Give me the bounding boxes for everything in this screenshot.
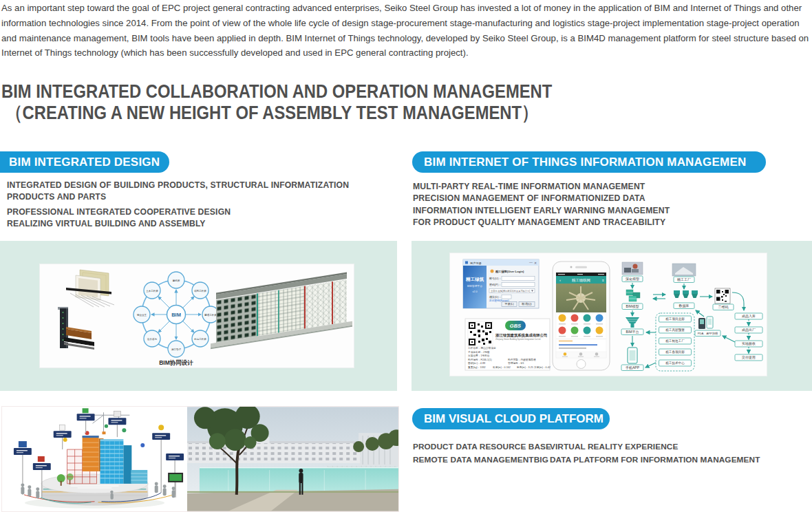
qr-card-row: 面积(m²)：4.89 [468,362,485,365]
section-label-strip [559,341,573,342]
back-icon: ‹ [559,278,561,282]
bullet-line: PROFESSIONAL INTEGRATED COOPERATIVE DESI… [7,206,359,218]
campus-rendering [187,407,398,511]
bullet-line: PRECISION MANAGEMENT OF INFORMATIONIZED … [413,193,774,204]
integrated-design-figure: 建筑师 结构工程师 暖通工程师 机电工程师 施工管理 造价咨询 物业业主 土木工… [39,264,354,368]
flow-node-label: 实地验收 [742,341,756,345]
visual-cloud-figure [1,406,399,512]
qr-card-row: 构件类型：内嵌玻璃幕墙 [507,358,536,361]
forgot-password-link: 忘记密码(Forgot) [489,299,509,302]
notice-link-line [559,344,597,345]
qr-card-row: 工程名称：梅山公馆项目 [468,346,496,350]
page-title-line2: （CREATING A NEW HEIGHT OF ASSEMBLY TEST … [1,102,552,123]
bullet-line: MULTI-PARTY REAL-TIME INFORMATION MANAGE… [413,181,774,193]
module-field-label: 模块(D)： [489,295,502,299]
integrated-design-bullets: INTEGRATED DESIGN OF BUILDING PRODUCTS, … [7,180,359,230]
visual-cloud-bullets: PRODUCT DATA RESOURCE BASE VIRTUAL REALI… [413,440,760,466]
mobile-app-icon [628,348,637,363]
login-version: v2.0 [472,290,477,293]
window-icon [465,262,468,264]
role-label: 物业业主 [137,313,147,317]
iot-flowchart: 深化模型 BIM模型 [621,262,762,371]
role-label: 建筑师 [172,279,180,282]
login-window: 用户登录 — ✕ 精工绿筑 BIM管理平台 v2.0 精工绿筑(User Log… [463,259,539,308]
department-label: 精工制造工厂 [665,339,685,343]
project-dropdown-value: 立项中-在施[精工绿筑科技发展有限公司] [491,290,530,292]
bim-overview-page: As an important step toward the goal of … [0,0,812,512]
role-label: 土木工程师 [146,289,158,292]
cancel-button-label: 取消(Q) [522,302,532,306]
flow-node-label: PDA、APP扫描 [698,332,718,335]
page-title-line1: BIM INTEGRATED COLLABORATION AND OPERATI… [1,81,552,102]
flow-node-label: 成品出厂 [741,328,756,332]
flow-node-label: 精工工厂 [677,277,691,282]
aerial-photo [556,284,606,312]
close-icon: ✕ [534,261,537,265]
department-label: 精工高层预警 [665,328,685,332]
department-label: 精工项目总部 [665,317,685,321]
role-label: 施工管理 [171,348,182,351]
badge-bim-visual-cloud: BIM VISUAL CLOUD PLATFORM [412,408,610,429]
role-label: 机电工程师 [194,337,206,341]
badge-bim-iot-management: BIM INTERNET OF THINGS INFORMATION MANAG… [412,151,766,173]
company-name-cn: 浙江绿筑建筑系统集成有限公司 [495,333,547,338]
platform-illustration [2,407,187,511]
integrated-design-figure-panel: 建筑师 结构工程师 暖通工程师 机电工程师 施工管理 造价咨询 物业业主 土木工… [0,241,397,391]
qr-label-card: GBS 浙江绿筑建筑系统集成有限公司 Zhejiang Green Buildi… [465,319,551,370]
minimize-icon: — [529,260,533,264]
flow-node-label: 成品入库 [741,314,756,318]
bullet-line: FOR PRODUCT QUALITY MANAGEMENT AND TRACE… [413,217,774,228]
bullet-line: DATA PLATFORM FOR INFORMATION MANAGEMENT [550,454,760,467]
camera-icon [570,266,573,268]
qr-card-row: 长度(m)：0.162 [492,365,511,369]
gbs-logo-label: GBS [510,323,521,329]
qr-card-row: 宽度(m)：0.42 [534,365,551,369]
diagram-caption: BIM协同设计 [159,359,193,366]
flow-node-label: 交付使用 [742,355,756,360]
wall-panel-detail [66,270,114,307]
qr-card-row: 重量(kg)：1332 [468,365,486,369]
bim-model-icon [626,290,640,301]
database-icon [674,290,698,298]
qr-code-icon [468,321,493,346]
bullet-line: REALIZING VIRTUAL BUILDING AND ASSEMBLY [7,218,359,230]
home-button [577,360,586,369]
company-name-en: Zhejiang Green Building System Integrati… [495,338,541,341]
password-input [502,283,535,287]
bullet-line: INTEGRATED DESIGN OF BUILDING PRODUCTS, … [7,180,359,203]
department-label: 精工技术中心 [665,361,685,365]
bim-platform-icon [626,317,639,328]
qr-card-row: 子项目名称：2号楼 [468,350,490,354]
flow-node-label: BIM平台 [626,330,639,334]
bullet-line: REMOTE DATA MANAGEMENTBIG [413,454,550,467]
bullet-line: INFORMATION INTELLIGENT EARLY WARNING MA… [413,205,774,217]
qr-card-row: 安装位置：1号机位 [468,354,490,357]
iot-figure-panel: 用户登录 — ✕ 精工绿筑 BIM管理平台 v2.0 精工绿筑(User Log… [412,241,812,391]
bullet-line: VIRTUAL REALITY EXPERIENCE [550,440,760,454]
bim-role-wheel: 建筑师 结构工程师 暖通工程师 机电工程师 施工管理 造价咨询 物业业主 土木工… [133,272,219,366]
flow-node-label: 手机APP [626,365,640,370]
password-field-label: 密码(P)： [489,283,501,286]
flow-node-label: 二维码 [718,305,729,310]
role-label: 暖通工程师 [204,313,217,317]
bim-collaboration-diagram: 建筑师 结构工程师 暖通工程师 机电工程师 施工管理 造价咨询 物业业主 土木工… [40,264,354,367]
smartphone-mockup: ‹ 精工物联网 ≡ [553,262,610,370]
menu-icon: ≡ [602,278,604,282]
role-label: 结构工程师 [194,289,206,292]
flow-node-label: 深化模型 [626,277,639,281]
intro-paragraph: As an important step toward the goal of … [1,1,811,61]
login-platform: BIM管理平台 [467,284,482,288]
bim-hub-label: BIM [171,312,181,318]
pda-devices-icon [698,317,713,329]
login-brand: 精工绿筑 [465,277,484,282]
building-model [211,271,352,349]
qr-card-row: 标高(m)：3.25 [516,365,533,369]
user-input [502,277,535,281]
login-logo-icon [491,270,494,273]
user-field-label: 帐号(U)： [489,277,502,280]
page-title: BIM INTEGRATED COLLABORATION AND OPERATI… [1,81,552,123]
module-input [502,295,511,299]
iot-figure: 用户登录 — ✕ 精工绿筑 BIM管理平台 v2.0 精工绿筑(User Log… [449,253,767,376]
iot-bullets: MULTI-PARTY REAL-TIME INFORMATION MANAGE… [413,181,774,228]
qr-card-row: 构件编号：F246-1(1) [467,358,492,361]
